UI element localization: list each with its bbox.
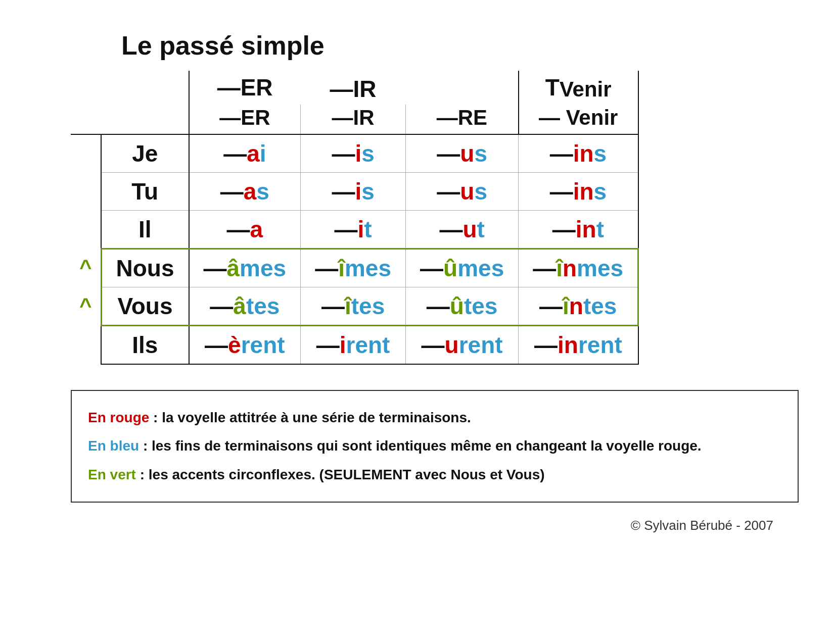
header2-subject-empty: [101, 105, 189, 134]
je-is: —is: [301, 134, 406, 173]
ils-irent: —irent: [301, 325, 406, 364]
il-int: —int: [519, 210, 638, 249]
legend-vert-text: : les accents circonflexes. (SEULEMENT a…: [136, 467, 545, 482]
vous-utes: —ûtes: [406, 287, 519, 325]
page-title: Le passé simple: [121, 30, 325, 61]
dash-venir-label: — Venir: [539, 106, 618, 129]
je-us: —us: [406, 134, 519, 173]
subject-vous: Vous: [101, 287, 189, 325]
header2-ir: —IR: [301, 105, 406, 134]
nous-inmes: —înmes: [519, 249, 638, 287]
caret-nous: ^: [71, 249, 101, 287]
row-ils: Ils —èrent —irent —urent —inrent: [71, 325, 638, 364]
conjugation-table-wrapper: —ER —IR TVenir —ER —IR: [71, 71, 639, 365]
tu-ins: —ins: [519, 172, 638, 210]
vous-intes: —întes: [519, 287, 638, 325]
row-il: Il —a —it —ut —int: [71, 210, 638, 249]
subject-tu: Tu: [101, 172, 189, 210]
legend-vert-label: En vert: [88, 467, 136, 482]
header-t-venir: TVenir: [519, 71, 638, 105]
il-it: —it: [301, 210, 406, 249]
header-ir: —IR: [301, 71, 406, 105]
je-er: —ai: [189, 134, 301, 173]
header-empty-subject: [101, 71, 189, 105]
il-ut: —ut: [406, 210, 519, 249]
caret-ils: [71, 325, 101, 364]
re-label: —RE: [437, 106, 487, 129]
header-er: —ER: [189, 71, 301, 105]
legend-vert: En vert : les accents circonflexes. (SEU…: [88, 462, 781, 487]
venir-label: Venir: [560, 77, 612, 101]
legend-bleu: En bleu : les fins de terminaisons qui s…: [88, 433, 781, 459]
header-re-empty: [406, 71, 519, 105]
legend-rouge-label: En rouge: [88, 410, 149, 425]
tu-us: —us: [406, 172, 519, 210]
ils-inrent: —inrent: [519, 325, 638, 364]
vous-er: —âtes: [189, 287, 301, 325]
row-tu: Tu —as —is —us —ins: [71, 172, 638, 210]
row-vous: ^ Vous —âtes —îtes —ûtes —întes: [71, 287, 638, 325]
er-label: —ER: [217, 74, 273, 101]
caret-il: [71, 210, 101, 249]
ir-label: —IR: [330, 76, 377, 102]
ils-urent: —urent: [406, 325, 519, 364]
ir-label2: —IR: [332, 106, 375, 129]
legend-bleu-text: : les fins de terminaisons qui sont iden…: [139, 438, 702, 454]
row-nous: ^ Nous —âmes —îmes —ûmes —înmes: [71, 249, 638, 287]
legend-rouge-text: : la voyelle attitrée à une série de ter…: [149, 410, 471, 425]
header-row-1: —ER —IR TVenir: [71, 71, 638, 105]
caret-je: [71, 134, 101, 173]
ils-er: —èrent: [189, 325, 301, 364]
header-empty-caret: [71, 71, 101, 105]
il-er: —a: [189, 210, 301, 249]
subject-nous: Nous: [101, 249, 189, 287]
legend-box: En rouge : la voyelle attitrée à une sér…: [71, 390, 799, 503]
t-label: T: [545, 74, 560, 101]
header2-venir: — Venir: [519, 105, 638, 134]
tu-is: —is: [301, 172, 406, 210]
nous-er: —âmes: [189, 249, 301, 287]
subject-il: Il: [101, 210, 189, 249]
vous-ites: —îtes: [301, 287, 406, 325]
nous-umes: —ûmes: [406, 249, 519, 287]
conjugation-table: —ER —IR TVenir —ER —IR: [71, 71, 639, 365]
legend-bleu-label: En bleu: [88, 438, 139, 454]
copyright: © Sylvain Bérubé - 2007: [631, 518, 773, 533]
je-ins: —ins: [519, 134, 638, 173]
caret-vous: ^: [71, 287, 101, 325]
subject-ils: Ils: [101, 325, 189, 364]
row-je: Je —ai —is —us —ins: [71, 134, 638, 173]
legend-rouge: En rouge : la voyelle attitrée à une sér…: [88, 405, 781, 430]
header2-er: —ER: [189, 105, 301, 134]
header-row-2: —ER —IR —RE — Venir: [71, 105, 638, 134]
header2-re: —RE: [406, 105, 519, 134]
tu-er: —as: [189, 172, 301, 210]
nous-imes: —îmes: [301, 249, 406, 287]
header2-caret-empty: [71, 105, 101, 134]
subject-je: Je: [101, 134, 189, 173]
er-label2: —ER: [219, 106, 270, 129]
caret-tu: [71, 172, 101, 210]
